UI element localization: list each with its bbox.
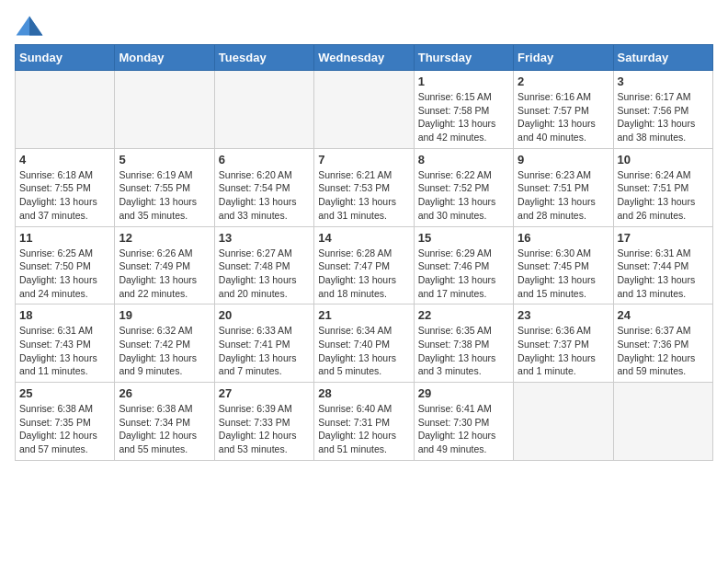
day-info: Sunrise: 6:36 AM Sunset: 7:37 PM Dayligh…	[518, 324, 609, 378]
day-info: Sunrise: 6:33 AM Sunset: 7:41 PM Dayligh…	[219, 324, 310, 378]
day-info: Sunrise: 6:19 AM Sunset: 7:55 PM Dayligh…	[119, 168, 210, 223]
calendar-week-row: 1Sunrise: 6:15 AM Sunset: 7:58 PM Daylig…	[16, 71, 713, 149]
calendar-header-saturday: Saturday	[613, 45, 712, 71]
calendar-day-cell	[314, 71, 414, 149]
calendar-day-cell: 12Sunrise: 6:26 AM Sunset: 7:49 PM Dayli…	[115, 226, 214, 304]
calendar-day-cell: 14Sunrise: 6:28 AM Sunset: 7:47 PM Dayli…	[314, 226, 414, 304]
day-number: 24	[618, 308, 709, 322]
svg-marker-1	[29, 17, 42, 36]
calendar-day-cell: 15Sunrise: 6:29 AM Sunset: 7:46 PM Dayli…	[414, 226, 513, 304]
day-info: Sunrise: 6:37 AM Sunset: 7:36 PM Dayligh…	[618, 324, 709, 378]
day-info: Sunrise: 6:29 AM Sunset: 7:46 PM Dayligh…	[418, 247, 509, 301]
day-info: Sunrise: 6:41 AM Sunset: 7:30 PM Dayligh…	[418, 402, 509, 456]
page-header	[15, 15, 713, 37]
calendar-week-row: 25Sunrise: 6:38 AM Sunset: 7:35 PM Dayli…	[16, 383, 713, 461]
calendar-day-cell	[115, 71, 214, 149]
calendar-week-row: 4Sunrise: 6:18 AM Sunset: 7:55 PM Daylig…	[16, 148, 713, 226]
day-info: Sunrise: 6:22 AM Sunset: 7:52 PM Dayligh…	[418, 168, 509, 223]
day-number: 26	[119, 386, 210, 400]
day-info: Sunrise: 6:38 AM Sunset: 7:34 PM Dayligh…	[119, 402, 210, 456]
day-info: Sunrise: 6:15 AM Sunset: 7:58 PM Dayligh…	[418, 90, 509, 144]
calendar-header-sunday: Sunday	[16, 45, 115, 71]
logo-icon	[15, 15, 44, 37]
calendar-day-cell: 3Sunrise: 6:17 AM Sunset: 7:56 PM Daylig…	[613, 71, 712, 149]
calendar-header-monday: Monday	[115, 45, 214, 71]
day-info: Sunrise: 6:39 AM Sunset: 7:33 PM Dayligh…	[219, 402, 310, 456]
calendar-day-cell: 16Sunrise: 6:30 AM Sunset: 7:45 PM Dayli…	[514, 226, 613, 304]
day-info: Sunrise: 6:21 AM Sunset: 7:53 PM Dayligh…	[318, 168, 409, 223]
day-number: 23	[518, 308, 609, 322]
day-number: 19	[119, 308, 210, 322]
day-number: 21	[318, 308, 409, 322]
calendar-week-row: 18Sunrise: 6:31 AM Sunset: 7:43 PM Dayli…	[16, 304, 713, 383]
day-number: 25	[19, 386, 110, 400]
day-info: Sunrise: 6:27 AM Sunset: 7:48 PM Dayligh…	[219, 247, 310, 301]
day-number: 28	[318, 386, 409, 400]
calendar-day-cell	[514, 383, 613, 461]
calendar-header-row: SundayMondayTuesdayWednesdayThursdayFrid…	[16, 45, 713, 71]
day-info: Sunrise: 6:17 AM Sunset: 7:56 PM Dayligh…	[618, 90, 709, 144]
calendar-day-cell: 25Sunrise: 6:38 AM Sunset: 7:35 PM Dayli…	[16, 383, 115, 461]
calendar-day-cell: 5Sunrise: 6:19 AM Sunset: 7:55 PM Daylig…	[115, 148, 214, 226]
day-info: Sunrise: 6:18 AM Sunset: 7:55 PM Dayligh…	[19, 168, 110, 223]
calendar-day-cell: 8Sunrise: 6:22 AM Sunset: 7:52 PM Daylig…	[414, 148, 513, 226]
day-number: 9	[518, 153, 609, 167]
day-info: Sunrise: 6:26 AM Sunset: 7:49 PM Dayligh…	[119, 247, 210, 301]
calendar-day-cell: 17Sunrise: 6:31 AM Sunset: 7:44 PM Dayli…	[613, 226, 712, 304]
day-number: 2	[518, 75, 609, 88]
calendar-day-cell: 20Sunrise: 6:33 AM Sunset: 7:41 PM Dayli…	[214, 304, 313, 383]
calendar-day-cell: 19Sunrise: 6:32 AM Sunset: 7:42 PM Dayli…	[115, 304, 214, 383]
calendar-day-cell	[16, 71, 115, 149]
day-number: 4	[19, 153, 110, 167]
calendar-day-cell: 22Sunrise: 6:35 AM Sunset: 7:38 PM Dayli…	[414, 304, 513, 383]
calendar-day-cell: 21Sunrise: 6:34 AM Sunset: 7:40 PM Dayli…	[314, 304, 414, 383]
calendar-header-tuesday: Tuesday	[214, 45, 313, 71]
day-number: 7	[318, 153, 409, 167]
day-info: Sunrise: 6:24 AM Sunset: 7:51 PM Dayligh…	[618, 168, 709, 223]
day-info: Sunrise: 6:16 AM Sunset: 7:57 PM Dayligh…	[518, 90, 609, 144]
day-info: Sunrise: 6:34 AM Sunset: 7:40 PM Dayligh…	[318, 324, 409, 378]
calendar-table: SundayMondayTuesdayWednesdayThursdayFrid…	[15, 44, 713, 461]
calendar-day-cell: 7Sunrise: 6:21 AM Sunset: 7:53 PM Daylig…	[314, 148, 414, 226]
day-number: 22	[418, 308, 509, 322]
day-number: 6	[219, 153, 310, 167]
day-number: 11	[19, 231, 110, 245]
calendar-week-row: 11Sunrise: 6:25 AM Sunset: 7:50 PM Dayli…	[16, 226, 713, 304]
calendar-day-cell: 6Sunrise: 6:20 AM Sunset: 7:54 PM Daylig…	[214, 148, 313, 226]
day-number: 29	[418, 386, 509, 400]
calendar-header-thursday: Thursday	[414, 45, 513, 71]
day-number: 8	[418, 153, 509, 167]
day-number: 13	[219, 231, 310, 245]
calendar-day-cell: 13Sunrise: 6:27 AM Sunset: 7:48 PM Dayli…	[214, 226, 313, 304]
calendar-day-cell	[613, 383, 712, 461]
day-number: 10	[618, 153, 709, 167]
day-info: Sunrise: 6:30 AM Sunset: 7:45 PM Dayligh…	[518, 247, 609, 301]
day-info: Sunrise: 6:31 AM Sunset: 7:44 PM Dayligh…	[618, 247, 709, 301]
day-info: Sunrise: 6:25 AM Sunset: 7:50 PM Dayligh…	[19, 247, 110, 301]
calendar-day-cell: 10Sunrise: 6:24 AM Sunset: 7:51 PM Dayli…	[613, 148, 712, 226]
calendar-day-cell: 23Sunrise: 6:36 AM Sunset: 7:37 PM Dayli…	[514, 304, 613, 383]
logo	[15, 15, 48, 37]
calendar-header-wednesday: Wednesday	[314, 45, 414, 71]
day-number: 27	[219, 386, 310, 400]
calendar-day-cell: 9Sunrise: 6:23 AM Sunset: 7:51 PM Daylig…	[514, 148, 613, 226]
calendar-day-cell: 4Sunrise: 6:18 AM Sunset: 7:55 PM Daylig…	[16, 148, 115, 226]
calendar-day-cell: 1Sunrise: 6:15 AM Sunset: 7:58 PM Daylig…	[414, 71, 513, 149]
calendar-day-cell	[214, 71, 313, 149]
day-info: Sunrise: 6:32 AM Sunset: 7:42 PM Dayligh…	[119, 324, 210, 378]
day-info: Sunrise: 6:28 AM Sunset: 7:47 PM Dayligh…	[318, 247, 409, 301]
day-number: 12	[119, 231, 210, 245]
day-number: 17	[618, 231, 709, 245]
day-number: 1	[418, 75, 509, 88]
day-number: 18	[19, 308, 110, 322]
day-info: Sunrise: 6:38 AM Sunset: 7:35 PM Dayligh…	[19, 402, 110, 456]
day-info: Sunrise: 6:23 AM Sunset: 7:51 PM Dayligh…	[518, 168, 609, 223]
calendar-day-cell: 26Sunrise: 6:38 AM Sunset: 7:34 PM Dayli…	[115, 383, 214, 461]
day-number: 3	[618, 75, 709, 88]
day-info: Sunrise: 6:40 AM Sunset: 7:31 PM Dayligh…	[318, 402, 409, 456]
day-number: 20	[219, 308, 310, 322]
calendar-day-cell: 24Sunrise: 6:37 AM Sunset: 7:36 PM Dayli…	[613, 304, 712, 383]
calendar-day-cell: 18Sunrise: 6:31 AM Sunset: 7:43 PM Dayli…	[16, 304, 115, 383]
day-number: 15	[418, 231, 509, 245]
day-info: Sunrise: 6:31 AM Sunset: 7:43 PM Dayligh…	[19, 324, 110, 378]
